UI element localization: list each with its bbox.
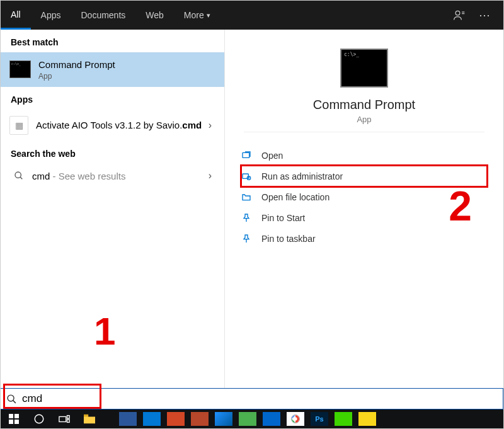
pin-taskbar-icon bbox=[241, 234, 258, 244]
taskbar-app-11[interactable] bbox=[358, 412, 376, 426]
taskbar: Ps bbox=[1, 409, 503, 428]
taskbar-app-4[interactable] bbox=[191, 412, 209, 426]
taskbar-app-5[interactable] bbox=[215, 412, 232, 426]
tab-all[interactable]: All bbox=[1, 1, 31, 30]
taskbar-app-7[interactable] bbox=[263, 412, 280, 426]
svg-point-8 bbox=[8, 395, 14, 401]
taskbar-app-10[interactable] bbox=[335, 412, 352, 426]
taskbar-app-8[interactable] bbox=[287, 412, 304, 426]
result-title: cmd - See web results bbox=[32, 170, 205, 183]
svg-point-20 bbox=[294, 417, 297, 420]
tab-more[interactable]: More▾ bbox=[174, 1, 220, 30]
feedback-icon[interactable] bbox=[447, 1, 472, 30]
preview-title: Command Prompt bbox=[225, 98, 503, 112]
tab-documents[interactable]: Documents bbox=[71, 1, 135, 30]
taskbar-app-3[interactable] bbox=[167, 412, 185, 426]
action-pin-to-taskbar[interactable]: Pin to taskbar bbox=[241, 228, 487, 249]
search-scope-tabs: All Apps Documents Web More▾ ⋯ bbox=[1, 1, 503, 30]
chevron-right-icon: › bbox=[205, 120, 215, 131]
svg-rect-18 bbox=[84, 415, 88, 417]
label-search-web: Search the web bbox=[1, 141, 224, 164]
label-best-match: Best match bbox=[1, 30, 224, 52]
search-bar[interactable] bbox=[1, 388, 503, 409]
svg-point-14 bbox=[35, 415, 43, 423]
search-icon bbox=[1, 394, 22, 404]
taskbar-app-1[interactable] bbox=[119, 412, 137, 426]
annotation-step-1: 1 bbox=[94, 309, 115, 353]
task-view-icon[interactable] bbox=[52, 409, 76, 428]
result-activate-aio-tools[interactable]: ▦ Activate AIO Tools v3.1.2 by Savio.cmd… bbox=[1, 110, 224, 141]
svg-line-2 bbox=[20, 177, 22, 179]
taskbar-app-2[interactable] bbox=[143, 412, 161, 426]
chevron-right-icon: › bbox=[205, 170, 215, 181]
chevron-down-icon: ▾ bbox=[207, 11, 210, 20]
admin-icon bbox=[241, 171, 258, 181]
svg-rect-17 bbox=[67, 420, 70, 423]
action-label: Open file location bbox=[261, 192, 329, 202]
svg-rect-13 bbox=[14, 420, 19, 424]
preview-subtype: App bbox=[244, 112, 484, 132]
open-icon bbox=[241, 151, 258, 161]
result-title: Activate AIO Tools v3.1.2 by Savio.cmd bbox=[36, 119, 205, 132]
result-web-cmd[interactable]: cmd - See web results › bbox=[1, 164, 224, 189]
svg-rect-11 bbox=[14, 414, 19, 418]
result-title: Command Prompt bbox=[38, 59, 215, 71]
action-label: Pin to Start bbox=[261, 213, 305, 223]
script-icon: ▦ bbox=[9, 116, 28, 135]
svg-rect-16 bbox=[67, 416, 70, 419]
annotation-step-2: 2 bbox=[449, 182, 472, 230]
search-icon bbox=[9, 171, 28, 181]
action-label: Run as administrator bbox=[261, 171, 343, 181]
result-command-prompt[interactable]: Command Prompt App bbox=[1, 52, 224, 87]
action-label: Open bbox=[261, 151, 283, 161]
svg-point-1 bbox=[15, 172, 21, 178]
taskbar-app-9[interactable]: Ps bbox=[311, 412, 328, 426]
results-panel: Best match Command Prompt App Apps ▦ Act… bbox=[1, 30, 225, 388]
search-input[interactable] bbox=[22, 392, 503, 405]
cmd-icon-large bbox=[340, 49, 388, 88]
result-subtype: App bbox=[38, 72, 215, 81]
svg-rect-12 bbox=[9, 420, 13, 424]
action-open[interactable]: Open bbox=[241, 145, 487, 166]
pin-start-icon bbox=[241, 213, 258, 223]
svg-rect-15 bbox=[59, 416, 66, 421]
svg-point-0 bbox=[455, 11, 460, 15]
cortana-icon[interactable] bbox=[27, 409, 51, 428]
svg-rect-10 bbox=[9, 414, 13, 418]
svg-rect-3 bbox=[243, 152, 249, 157]
label-apps: Apps bbox=[1, 87, 224, 110]
tab-web[interactable]: Web bbox=[135, 1, 174, 30]
cmd-icon bbox=[9, 60, 31, 78]
folder-icon bbox=[241, 192, 258, 202]
svg-line-9 bbox=[13, 400, 15, 403]
more-options-icon[interactable]: ⋯ bbox=[472, 1, 497, 30]
action-label: Pin to taskbar bbox=[261, 234, 316, 244]
tab-apps[interactable]: Apps bbox=[31, 1, 71, 30]
taskbar-app-6[interactable] bbox=[239, 412, 256, 426]
file-explorer-icon[interactable] bbox=[77, 409, 101, 428]
start-button[interactable] bbox=[2, 409, 26, 428]
